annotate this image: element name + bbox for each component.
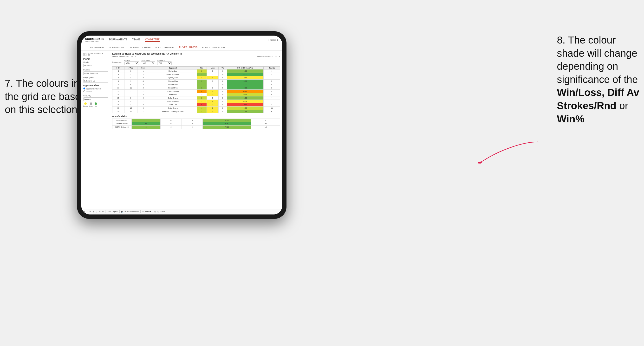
player-section-title: Player [83, 58, 108, 60]
td-out-opponent: NCAA Division 2 [112, 126, 132, 129]
td-div: 9 [112, 80, 124, 83]
table-row: 6 3 3 Sydney Kuo 1 1 0 -1.00 [112, 76, 280, 80]
save-custom-btn[interactable]: 💾 Save Custom View [121, 211, 139, 213]
td-tie: 0 [218, 103, 227, 107]
td-opponent: Heejo Hyun [149, 86, 197, 90]
table-row: 3 1 1 Esther Lee 1 0 1 1.50 4 [112, 69, 280, 73]
td-tie: 0 [218, 110, 227, 113]
radio-opponents-played[interactable]: Opponents Played [83, 88, 108, 90]
td-opponent: Alexis Sudjianto [149, 73, 197, 76]
td-conf: 4 [138, 80, 149, 83]
conference-select[interactable]: (All) [141, 61, 155, 65]
annotation-left-line2: the grid are based [5, 91, 86, 102]
layout-btn[interactable]: ⊞ [154, 211, 156, 213]
opponent-label: Opponent [157, 59, 172, 61]
td-win: 1 [197, 73, 206, 76]
table-row: 10 6 3 Andrea York 2 0 0 4.00 4 [112, 83, 280, 86]
cut-btn[interactable]: ✂ [99, 211, 101, 213]
up-label: Up [94, 105, 97, 107]
watch-btn[interactable]: 👁 Watch ▾ [142, 211, 151, 213]
last-updated-time: 16:55:38 [83, 54, 108, 56]
colour-by-select[interactable]: Win/loss [83, 97, 108, 101]
overall-record-label: Overall Record: [112, 55, 126, 58]
redo2-btn[interactable]: ↷ [90, 211, 91, 213]
td-reg: 11 [124, 86, 138, 90]
annotation-right-line2: shade will change [557, 48, 637, 59]
redo-btn[interactable]: ↻ [86, 211, 88, 213]
td-conf: 5 [138, 96, 149, 100]
player-rank-select[interactable]: 8. Katelyn Vo [83, 79, 108, 83]
annotation-right-bold1: Win/Loss, Diff Av [557, 87, 639, 98]
annotation-right-line4: significance of the [557, 74, 638, 85]
td-out-opponent: Foreign Team [112, 119, 132, 122]
sub-nav-team-h2h-grid[interactable]: TEAM H2H GRID [107, 44, 128, 50]
td-loss: 0 [207, 86, 218, 90]
sub-nav-team-summary[interactable]: TEAM SUMMARY [85, 44, 107, 50]
division-record-label: Division Record: [256, 55, 270, 58]
td-div: 20 [112, 110, 124, 113]
td-win: 1 [197, 80, 206, 83]
nav-links: TOURNAMENTS TEAMS COMMITTEE [108, 38, 160, 42]
data-area: Katelyn Vo Head-to-Head Grid for Women's… [110, 50, 282, 209]
annotation-right: 8. The colour shade will change dependin… [557, 34, 639, 126]
td-diff: -0.94 [227, 100, 264, 103]
td-reg: 8 [124, 96, 138, 100]
down-label: Down [83, 105, 88, 107]
td-win: 4 [197, 107, 206, 110]
sign-out-link[interactable]: Sign out [270, 39, 278, 41]
td-out-win: 5 [132, 126, 160, 129]
filter-group-conference: Conference (All) [141, 59, 155, 65]
out-table-row: Foreign Team 1 0 0 4.500 2 [112, 119, 280, 122]
td-opponent: Stella Cheng [149, 96, 197, 100]
nav-teams[interactable]: TEAMS [132, 38, 140, 42]
td-opponent: Jessica Mason [149, 100, 197, 103]
td-loss: 0 [207, 80, 218, 83]
filters-row: Opponents: Region (All) Conference (All) [112, 59, 280, 65]
nav-tournaments[interactable]: TOURNAMENTS [108, 38, 127, 42]
td-win: 1 [197, 96, 206, 100]
td-rounds: 11 [264, 107, 280, 110]
td-loss: 0 [207, 69, 218, 73]
table-row: 15 8 5 Stella Cheng 1 0 0 1.25 4 [112, 96, 280, 100]
td-diff: 4.00 [227, 73, 264, 76]
td-opponent: Euna Lee [149, 103, 197, 107]
table-row: 11 11 2 Heejo Hyun 1 0 0 3.33 3 [112, 86, 280, 90]
radio-top100[interactable]: Top 100 [83, 90, 108, 93]
grid-btn[interactable]: ⊟ [158, 211, 159, 213]
gender-select[interactable]: Women's [83, 64, 108, 67]
td-diff: -5.00 [227, 103, 264, 107]
sub-nav-player-h2h-grid[interactable]: PLAYER H2H GRID [177, 44, 200, 50]
share-btn[interactable]: Share [160, 211, 166, 213]
td-rounds: 3 [264, 80, 280, 83]
logo-text: SCOREBOARD [85, 37, 104, 40]
td-opponent: Jessica Huang [149, 90, 197, 93]
sub-nav-team-h2h-heatmap[interactable]: TEAM H2H HEATMAP [128, 44, 153, 50]
td-tie: 0 [218, 86, 227, 90]
nav-committee[interactable]: COMMITTEE [145, 38, 160, 42]
division-select[interactable]: NCAA Division III [83, 71, 108, 75]
annotation-right-bold3: Win% [557, 113, 584, 125]
table-row: 9 1 4 Sharon Mun 1 0 0 3.67 3 [112, 80, 280, 83]
td-out-rounds: 2 [251, 119, 280, 122]
separator1 [105, 210, 106, 213]
td-diff: 3.33 [227, 86, 264, 90]
player-rank-label: Player (Rank) [83, 76, 108, 79]
table-row: 16 9 1 Jessica Mason 1 2 0 -0.94 [112, 100, 280, 103]
td-conf: 1 [138, 69, 149, 73]
td-out-rounds: 10 [251, 126, 280, 129]
copy-btn[interactable]: ⊞ [93, 211, 94, 213]
sub-nav-player-h2h-heatmap[interactable]: PLAYER H2H HEATMAP [200, 44, 228, 50]
annotation-right-line1: 8. The colour [557, 34, 616, 46]
region-select[interactable]: (All) [124, 61, 139, 65]
td-conf: 1 [138, 100, 149, 103]
paste-btn[interactable]: ⊡ [96, 211, 98, 213]
undo-btn[interactable]: ↺ [83, 211, 85, 213]
division-record: Division Record: 331 - 34 - 6 [256, 55, 280, 58]
logo-sub: Powered by clippd [85, 40, 104, 42]
opponent-select[interactable]: (All) [157, 61, 172, 65]
sub-nav-player-summary[interactable]: PLAYER SUMMARY [153, 44, 177, 50]
refresh-btn[interactable]: ↺ [102, 211, 104, 213]
view-original-btn[interactable]: View: Original [107, 211, 118, 213]
td-out-loss: 0 [160, 126, 182, 129]
table-row: 19 10 6 Emily Chang 4 1 0 0.30 11 [112, 107, 280, 110]
